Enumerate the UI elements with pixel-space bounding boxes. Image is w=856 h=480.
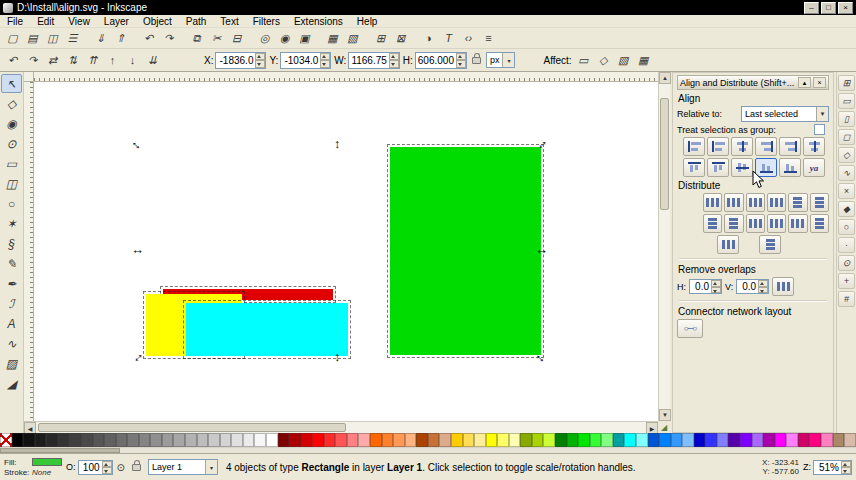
palette-swatch[interactable]	[555, 433, 567, 447]
horizontal-scrollbar[interactable]: ◀ ▶	[24, 421, 658, 433]
palette-swatch[interactable]	[405, 433, 417, 447]
distribute-horizontal-gaps-button[interactable]	[767, 193, 786, 212]
palette-swatch[interactable]	[786, 433, 798, 447]
align-right-to-anchor-left-button[interactable]	[683, 137, 705, 156]
scroll-up-icon[interactable]: ▲	[659, 72, 671, 84]
palette-swatch[interactable]	[254, 433, 266, 447]
raise-to-top-button[interactable]: ⇈	[83, 51, 102, 69]
snap-rotation-center-button[interactable]: +	[838, 273, 855, 289]
palette-swatch[interactable]	[752, 433, 764, 447]
snap-smooth-nodes-button[interactable]: ○	[838, 219, 855, 235]
zoom-page-button[interactable]: ▣	[295, 29, 314, 47]
layer-lock-icon[interactable]	[132, 464, 141, 471]
palette-swatch[interactable]	[740, 433, 752, 447]
distribute-bottom-edges-button[interactable]	[703, 214, 722, 233]
zoom-tool-button[interactable]: ⊙	[1, 134, 22, 153]
palette-swatch[interactable]	[648, 433, 660, 447]
palette-swatch[interactable]	[416, 433, 428, 447]
connector-layout-button[interactable]: ○─○	[677, 319, 703, 338]
minimize-button[interactable]: –	[804, 2, 819, 14]
gradient-tool-button[interactable]: ▨	[1, 354, 22, 373]
palette-swatch[interactable]	[809, 433, 821, 447]
selector-tool-button[interactable]: ↖	[1, 74, 22, 93]
palette-swatch[interactable]	[81, 433, 93, 447]
palette-swatch[interactable]	[370, 433, 382, 447]
palette-swatch[interactable]	[393, 433, 405, 447]
palette-swatch[interactable]	[532, 433, 544, 447]
palette-swatch[interactable]	[798, 433, 810, 447]
scale-handle-top-left[interactable]: ↔	[129, 136, 146, 153]
connector-tool-button[interactable]: ∿	[1, 334, 22, 353]
scroll-down-icon[interactable]: ▼	[659, 409, 671, 421]
snap-grid-button[interactable]: #	[838, 291, 855, 307]
new-button[interactable]: ▢	[3, 29, 22, 47]
align-dialog-button[interactable]: ≡	[479, 29, 498, 47]
menu-item[interactable]: Help	[350, 16, 385, 27]
palette-swatch[interactable]	[23, 433, 35, 447]
box3d-tool-button[interactable]: ◫	[1, 174, 22, 193]
palette-swatch[interactable]	[694, 433, 706, 447]
palette-swatch[interactable]	[104, 433, 116, 447]
relative-to-select[interactable]: Last selected ▼	[741, 106, 829, 122]
spinner[interactable]	[320, 53, 330, 68]
menu-item[interactable]: File	[0, 16, 30, 27]
lower-button[interactable]: ↓	[123, 51, 142, 69]
panel-shade-button[interactable]: ▴	[798, 77, 811, 88]
palette-swatch[interactable]	[150, 433, 162, 447]
distribute-top-edges-button[interactable]	[788, 193, 807, 212]
spinner[interactable]	[758, 280, 768, 293]
palette-swatch[interactable]	[497, 433, 509, 447]
calligraphy-tool-button[interactable]: ℐ	[1, 294, 22, 313]
snap-nodes-button[interactable]: ◇	[838, 147, 855, 163]
snap-midpoints-button[interactable]: ·	[838, 237, 855, 253]
palette-swatch[interactable]	[12, 433, 24, 447]
horizontal-ruler[interactable]	[34, 72, 658, 82]
pencil-tool-button[interactable]: ✎	[1, 254, 22, 273]
palette-swatch[interactable]	[833, 433, 845, 447]
palette-swatch[interactable]	[231, 433, 243, 447]
palette-swatch[interactable]	[69, 433, 81, 447]
palette-swatch[interactable]	[543, 433, 555, 447]
rotate-ccw-button[interactable]: ↶	[3, 51, 22, 69]
scale-handle-bottom-center[interactable]: ↔	[333, 351, 345, 363]
palette-swatch[interactable]	[636, 433, 648, 447]
align-left-edges-button[interactable]	[707, 137, 729, 156]
menu-item[interactable]: Edit	[30, 16, 61, 27]
zoom-drawing-button[interactable]: ◎	[255, 29, 274, 47]
spinner[interactable]	[102, 461, 112, 474]
scale-handle-top-center[interactable]: ↔	[333, 138, 345, 150]
eye-icon[interactable]: ⊙	[117, 462, 125, 473]
palette-swatch[interactable]	[844, 433, 856, 447]
ellipse-tool-button[interactable]: ○	[1, 194, 22, 213]
exchange-positions-button[interactable]	[759, 235, 781, 254]
snap-intersections-button[interactable]: ×	[838, 183, 855, 199]
palette-swatch[interactable]	[451, 433, 463, 447]
align-top-edges-button[interactable]	[707, 158, 729, 177]
copy-button[interactable]: ⧉	[187, 29, 206, 47]
palette-swatch[interactable]	[335, 433, 347, 447]
print-button[interactable]: ☰	[63, 29, 82, 47]
dropper-tool-button[interactable]: ◢	[1, 374, 22, 393]
palette-swatch[interactable]	[624, 433, 636, 447]
overlap-v-input[interactable]: 0.0	[736, 279, 769, 294]
spinner[interactable]	[456, 53, 466, 68]
palette-swatch[interactable]	[358, 433, 370, 447]
vertical-ruler[interactable]	[24, 82, 34, 421]
text-dialog-button[interactable]: T	[439, 29, 458, 47]
arrange-grid-button[interactable]	[717, 235, 739, 254]
treat-as-group-checkbox[interactable]	[814, 124, 825, 135]
xml-editor-button[interactable]: ‹›	[459, 29, 478, 47]
affect-gradients-button[interactable]: ▧	[614, 51, 633, 69]
palette-swatch[interactable]	[474, 433, 486, 447]
snap-paths-button[interactable]: ∿	[838, 165, 855, 181]
affect-patterns-button[interactable]: ▦	[634, 51, 653, 69]
palette-swatch[interactable]	[301, 433, 313, 447]
distribute-text-horizontal-button[interactable]	[788, 214, 807, 233]
palette-swatch[interactable]	[266, 433, 278, 447]
distribute-text-vertical-button[interactable]	[810, 214, 829, 233]
palette-swatch[interactable]	[289, 433, 301, 447]
vertical-scroll-thumb[interactable]	[660, 98, 669, 210]
palette-swatch[interactable]	[763, 433, 775, 447]
unclump-button[interactable]	[767, 214, 786, 233]
spinner[interactable]	[711, 280, 721, 293]
